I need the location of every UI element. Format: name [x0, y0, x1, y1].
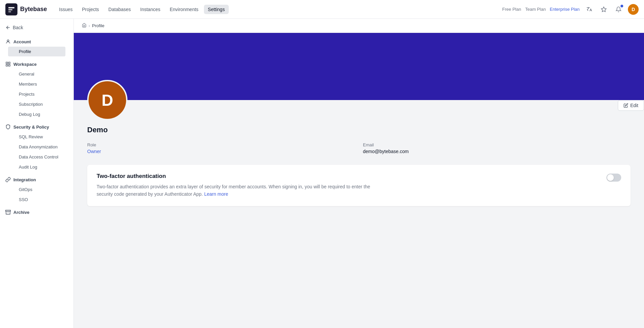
- topnav: Bytebase Issues Projects Databases Insta…: [0, 0, 644, 19]
- avatar-container: D: [87, 80, 127, 120]
- user-avatar-btn[interactable]: D: [628, 4, 639, 15]
- integration-icon: [5, 177, 11, 182]
- edit-icon: [624, 103, 628, 108]
- sidebar-item-subscription[interactable]: Subscription: [8, 99, 65, 109]
- email-info-item: Email demo@bytebase.com: [363, 142, 631, 154]
- enterprise-plan-link[interactable]: Enterprise Plan: [550, 7, 580, 12]
- profile-body: D Edit Demo Role: [74, 100, 644, 217]
- toggle-thumb: [607, 174, 614, 181]
- profile-banner: [74, 33, 644, 100]
- translate-icon-btn[interactable]: [584, 4, 594, 15]
- role-value[interactable]: Owner: [87, 149, 355, 154]
- twofa-content: Two-factor authentication Two-factor aut…: [97, 173, 385, 198]
- sidebar-item-audit-log[interactable]: Audit Log: [8, 162, 65, 172]
- sidebar-item-data-access-control[interactable]: Data Access Control: [8, 152, 65, 162]
- logo-text: Bytebase: [20, 6, 47, 13]
- breadcrumb-home[interactable]: [82, 23, 87, 29]
- svg-rect-1: [8, 9, 12, 10]
- svg-rect-6: [6, 64, 8, 66]
- security-icon: [5, 124, 11, 130]
- account-section-label: Account: [13, 39, 31, 44]
- sidebar-item-members[interactable]: Members: [8, 79, 65, 89]
- main-content: › Profile D Edit: [74, 19, 644, 328]
- integration-section-label: Integration: [13, 177, 36, 182]
- breadcrumb-current: Profile: [92, 23, 104, 28]
- twofa-title: Two-factor authentication: [97, 173, 385, 180]
- workspace-icon: [5, 61, 11, 67]
- sidebar-item-projects[interactable]: Projects: [8, 89, 65, 99]
- back-label: Back: [13, 25, 23, 30]
- layout: Back Account Profile Workspace General M…: [0, 19, 644, 328]
- logo[interactable]: Bytebase: [5, 3, 47, 15]
- workspace-section-label: Workspace: [13, 62, 37, 67]
- back-button[interactable]: Back: [0, 21, 73, 34]
- nav-items: Issues Projects Databases Instances Envi…: [55, 5, 502, 14]
- nav-databases[interactable]: Databases: [104, 5, 135, 14]
- archive-section-label: Archive: [13, 210, 30, 215]
- svg-rect-7: [8, 64, 10, 66]
- twofa-description: Two-factor authentication provides an ex…: [97, 183, 385, 198]
- email-value: demo@bytebase.com: [363, 149, 631, 154]
- nav-environments[interactable]: Environments: [166, 5, 203, 14]
- svg-rect-4: [6, 62, 8, 64]
- integration-section-header[interactable]: Integration: [5, 175, 68, 184]
- edit-label: Edit: [630, 103, 638, 108]
- security-section-header[interactable]: Security & Policy: [5, 122, 68, 132]
- sidebar-section-security: Security & Policy SQL Review Data Anonym…: [0, 120, 73, 173]
- svg-point-3: [7, 40, 9, 42]
- email-label: Email: [363, 142, 631, 147]
- sidebar-item-sql-review[interactable]: SQL Review: [8, 132, 65, 142]
- twofa-toggle[interactable]: [606, 174, 621, 182]
- back-arrow-icon: [5, 25, 11, 30]
- sidebar-item-profile[interactable]: Profile: [8, 47, 65, 56]
- nav-instances[interactable]: Instances: [136, 5, 164, 14]
- profile-content: D Edit Demo Role: [74, 33, 644, 217]
- breadcrumb-separator: ›: [89, 23, 90, 28]
- role-label: Role: [87, 142, 355, 147]
- sidebar-item-sso[interactable]: SSO: [8, 195, 65, 204]
- sidebar-item-general[interactable]: General: [8, 69, 65, 79]
- account-icon: [5, 39, 11, 44]
- sidebar-section-account: Account Profile: [0, 35, 73, 57]
- svg-rect-0: [8, 7, 14, 8]
- sidebar-section-archive: Archive: [0, 205, 73, 218]
- nav-right: Free Plan Team Plan Enterprise Plan D: [502, 4, 639, 15]
- sidebar-item-data-anonymization[interactable]: Data Anonymization: [8, 142, 65, 152]
- twofa-card: Two-factor authentication Two-factor aut…: [87, 165, 631, 206]
- security-section-label: Security & Policy: [13, 125, 49, 130]
- twofa-toggle-area: [606, 174, 621, 182]
- plugin-icon-btn[interactable]: [598, 4, 609, 15]
- notification-badge: [621, 5, 623, 7]
- svg-rect-2: [8, 11, 11, 12]
- bell-icon-btn[interactable]: [613, 4, 624, 15]
- archive-icon: [5, 209, 11, 215]
- sidebar-section-workspace: Workspace General Members Projects Subsc…: [0, 57, 73, 120]
- breadcrumb: › Profile: [74, 19, 644, 33]
- svg-rect-8: [6, 210, 11, 211]
- nav-projects[interactable]: Projects: [78, 5, 103, 14]
- team-plan-label: Team Plan: [525, 7, 546, 12]
- role-info-item: Role Owner: [87, 142, 355, 154]
- svg-rect-5: [8, 62, 10, 64]
- edit-button[interactable]: Edit: [618, 100, 644, 111]
- learn-more-link[interactable]: Learn more: [204, 191, 228, 197]
- logo-icon: [5, 3, 17, 15]
- sidebar-item-gitops[interactable]: GitOps: [8, 185, 65, 194]
- archive-section-header[interactable]: Archive: [5, 207, 68, 217]
- profile-avatar: D: [87, 80, 127, 120]
- sidebar: Back Account Profile Workspace General M…: [0, 19, 74, 328]
- profile-name: Demo: [87, 126, 631, 134]
- profile-info: Role Owner Email demo@bytebase.com: [87, 142, 631, 154]
- account-section-header[interactable]: Account: [5, 37, 68, 46]
- nav-issues[interactable]: Issues: [55, 5, 76, 14]
- workspace-section-header[interactable]: Workspace: [5, 59, 68, 69]
- free-plan-label: Free Plan: [502, 7, 521, 12]
- sidebar-section-integration: Integration GitOps SSO: [0, 173, 73, 205]
- sidebar-item-debug-log[interactable]: Debug Log: [8, 109, 65, 119]
- nav-settings[interactable]: Settings: [204, 5, 229, 14]
